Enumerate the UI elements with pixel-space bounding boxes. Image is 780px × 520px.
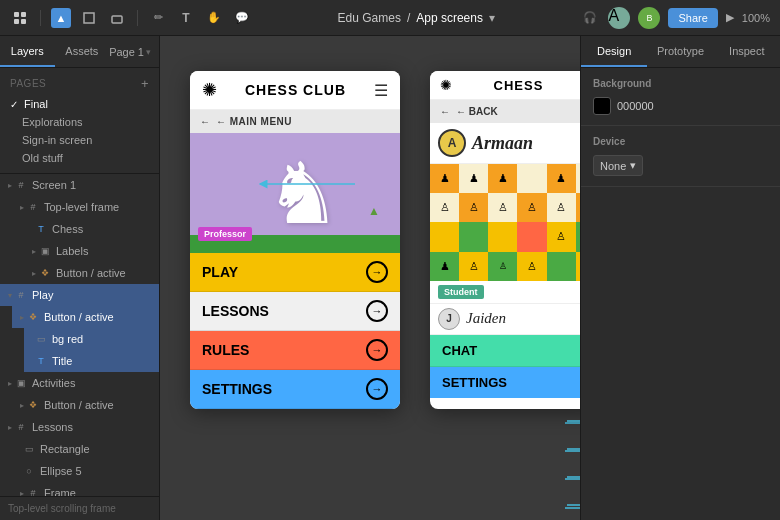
- pen-tool-icon[interactable]: ✏: [148, 8, 168, 28]
- move-tool-icon[interactable]: ▲: [51, 8, 71, 28]
- user-profile-row: A Armaan: [430, 123, 580, 164]
- lessons-label: LESSONS: [202, 303, 269, 319]
- frame-icon: #: [27, 487, 39, 496]
- panel-tabs: Layers Assets Page 1 ▾: [0, 36, 159, 68]
- scrolling-frame-label: Top-level scrolling frame: [8, 503, 116, 514]
- layer-screen1[interactable]: ▸ # Screen 1: [0, 174, 159, 196]
- rect-icon: ▭: [35, 333, 47, 345]
- screens-container: ✺ CHESS CLUB ☰ ← ← MAIN MENU ♞ Professor…: [190, 71, 580, 409]
- screen-name[interactable]: App screens: [416, 11, 483, 25]
- text-icon: T: [35, 355, 47, 367]
- comment-tool-icon[interactable]: 💬: [232, 8, 252, 28]
- headphone-icon[interactable]: 🎧: [580, 8, 600, 28]
- page-signin[interactable]: Sign-in screen: [0, 131, 159, 149]
- color-value[interactable]: 000000: [617, 100, 654, 112]
- settings-label: SETTINGS: [202, 381, 272, 397]
- svg-rect-2: [14, 19, 19, 24]
- toolbar-right: 🎧 A B Share ▶ 100%: [580, 7, 770, 29]
- play-button[interactable]: ▶: [726, 11, 734, 24]
- tab-design[interactable]: Design: [581, 36, 647, 67]
- device-value: None: [600, 160, 626, 172]
- share-button[interactable]: Share: [668, 8, 717, 28]
- color-swatch[interactable]: [593, 97, 611, 115]
- page-oldstuff[interactable]: Old stuff: [0, 149, 159, 167]
- pages-section: Pages + ✓Final Explorations Sign-in scre…: [0, 68, 159, 174]
- chat-button[interactable]: CHAT: [430, 335, 580, 367]
- shape-tool-icon[interactable]: [107, 8, 127, 28]
- hamburger-icon[interactable]: ☰: [374, 81, 388, 100]
- frame-icon: #: [15, 179, 27, 191]
- page-final[interactable]: ✓Final: [0, 95, 159, 113]
- app-menu-icon[interactable]: [10, 8, 30, 28]
- screen2-navbar[interactable]: ← ← BACK: [430, 100, 580, 123]
- component-icon: ❖: [39, 267, 51, 279]
- background-color-row: 000000: [593, 97, 768, 115]
- layer-button-active3[interactable]: ▸ ❖ Button / active: [12, 394, 159, 416]
- layer-label: Button / active: [56, 267, 126, 279]
- professor-tag: Professor: [198, 227, 252, 241]
- layer-frame[interactable]: ▸ # Frame: [12, 482, 159, 496]
- arrow-right-icon: →: [366, 339, 388, 361]
- layer-bg-red[interactable]: ▭ bg red: [24, 328, 159, 350]
- nav-label: ← MAIN MENU: [216, 116, 292, 127]
- cell: [430, 222, 459, 251]
- tab-inspect[interactable]: Inspect: [714, 36, 780, 67]
- arrow-right-icon: →: [366, 261, 388, 283]
- layer-activities[interactable]: ▸ ▣ Activities: [0, 372, 159, 394]
- layer-label: Title: [52, 355, 72, 367]
- expand-arrow: ▸: [8, 423, 12, 432]
- hand-tool-icon[interactable]: ✋: [204, 8, 224, 28]
- cell: ♙: [488, 252, 517, 281]
- screen2: ✺ CHESS ··· ← ← BACK A Armaan ♟: [430, 71, 580, 409]
- layer-labels[interactable]: ▸ ▣ Labels: [24, 240, 159, 262]
- rules-label: RULES: [202, 342, 249, 358]
- zoom-level[interactable]: 100%: [742, 12, 770, 24]
- tab-assets[interactable]: Assets: [55, 36, 110, 67]
- layer-label: Lessons: [32, 421, 73, 433]
- armaan-name: Armaan: [472, 133, 533, 154]
- layer-button-active1[interactable]: ▸ ❖ Button / active: [24, 262, 159, 284]
- frame-tool-icon[interactable]: [79, 8, 99, 28]
- layer-title[interactable]: T Title: [24, 350, 159, 372]
- layer-play[interactable]: ▾ # Play: [0, 284, 159, 306]
- expand-arrow: ▸: [20, 489, 24, 497]
- layer-label: Play: [32, 289, 53, 301]
- layer-toplevel[interactable]: ▸ # Top-level frame: [12, 196, 159, 218]
- canvas[interactable]: ✺ CHESS CLUB ☰ ← ← MAIN MENU ♞ Professor…: [160, 36, 580, 520]
- avatar2: B: [638, 7, 660, 29]
- settings-button[interactable]: SETTINGS →: [190, 370, 400, 409]
- group-icon: ▣: [15, 377, 27, 389]
- expand-arrow: ▸: [32, 247, 36, 256]
- tab-prototype[interactable]: Prototype: [647, 36, 713, 67]
- project-breadcrumb: Edu Games / App screens ▾: [338, 11, 495, 25]
- rules-button[interactable]: RULES →: [190, 331, 400, 370]
- layer-chess-text[interactable]: T Chess: [24, 218, 159, 240]
- cell: ♙: [517, 252, 546, 281]
- screen1-navbar[interactable]: ← ← MAIN MENU: [190, 110, 400, 133]
- layer-lessons[interactable]: ▸ # Lessons: [0, 416, 159, 438]
- tab-layers[interactable]: Layers: [0, 36, 55, 67]
- layer-rectangle[interactable]: ▭ Rectangle: [12, 438, 159, 460]
- play-button[interactable]: PLAY →: [190, 253, 400, 292]
- device-select[interactable]: None ▾: [593, 155, 643, 176]
- layer-button-active2[interactable]: ▸ ❖ Button / active: [12, 306, 159, 328]
- layer-label: bg red: [52, 333, 83, 345]
- cell: ♙: [430, 193, 459, 222]
- layer-label: Rectangle: [40, 443, 90, 455]
- breadcrumb-sep: /: [407, 11, 410, 25]
- pages-label: Pages: [10, 78, 46, 89]
- arrow-right-icon: →: [366, 378, 388, 400]
- layer-label: Frame: [44, 487, 76, 496]
- back-label: ← BACK: [456, 106, 498, 117]
- add-page-button[interactable]: +: [141, 76, 149, 91]
- page-chevron[interactable]: ▾: [146, 47, 151, 57]
- settings2-button[interactable]: SETTINGS: [430, 367, 580, 398]
- layer-ellipse5[interactable]: ○ Ellipse 5: [12, 460, 159, 482]
- page-explorations[interactable]: Explorations: [0, 113, 159, 131]
- page-indicator: Page 1: [109, 46, 144, 58]
- top-bar: ▲ ✏ T ✋ 💬 Edu Games / App screens ▾ 🎧 A …: [0, 0, 780, 36]
- text-tool-icon[interactable]: T: [176, 8, 196, 28]
- lessons-button[interactable]: LESSONS →: [190, 292, 400, 331]
- arrow-right-icon: →: [366, 300, 388, 322]
- dropdown-icon[interactable]: ▾: [489, 11, 495, 25]
